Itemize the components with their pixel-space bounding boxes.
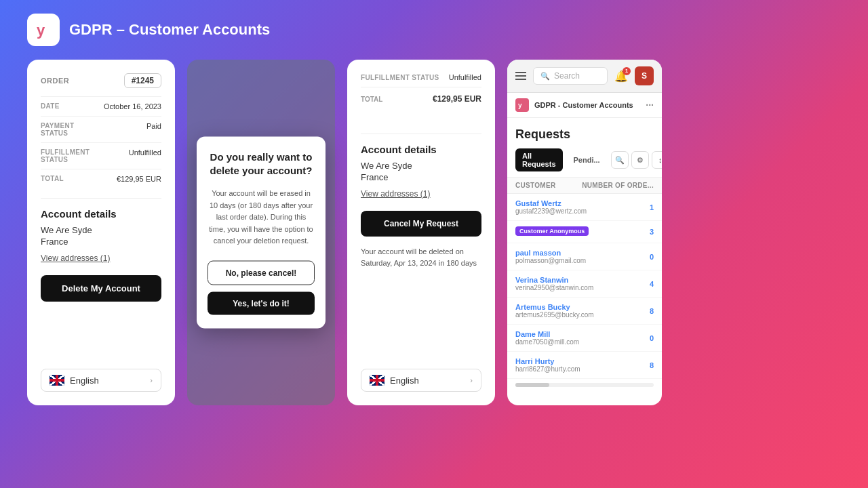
- table-row: Gustaf Wertz gustaf2239@wertz.com 1: [507, 194, 662, 221]
- date-label: DATE: [41, 102, 60, 110]
- fulfillment-status-value: Unfulfilled: [449, 73, 481, 81]
- customer-list: Gustaf Wertz gustaf2239@wertz.com 1 Cust…: [507, 194, 662, 379]
- customer-orders-link[interactable]: 3: [650, 228, 654, 236]
- fulfillment-status-row: FULFILLMENT STATUS Unfulfilled: [361, 73, 481, 81]
- modal-body: Your account will be erased in 10 days (…: [208, 188, 315, 247]
- customer-email: harri8627@hurty.com: [515, 365, 580, 373]
- table-row: Verina Stanwin verina2950@stanwin.com 4: [507, 270, 662, 298]
- language-selector-3[interactable]: English ›: [361, 369, 481, 392]
- cancel-request-button[interactable]: Cancel My Request: [361, 211, 481, 237]
- customer-name-link[interactable]: Dame Mill: [515, 330, 579, 338]
- col-orders: Number of Orde...: [582, 182, 654, 189]
- order-label: ORDER: [41, 77, 69, 85]
- customer-name-link[interactable]: Gustaf Wertz: [515, 199, 587, 207]
- customer-email: gustaf2239@wertz.com: [515, 207, 587, 215]
- language-selector[interactable]: English ›: [41, 369, 161, 392]
- total-amount-value: €129,95 EUR: [433, 94, 481, 104]
- anonymous-badge: Customer Anonymous: [515, 226, 589, 236]
- customer-name-link[interactable]: Verina Stanwin: [515, 276, 593, 284]
- deletion-notice: Your account will be deleted on Saturday…: [361, 246, 481, 268]
- customer-orders-link[interactable]: 4: [650, 280, 654, 288]
- order-number: #1245: [124, 73, 161, 88]
- admin-subheader: y GDPR - Customer Accounts ···: [507, 93, 662, 118]
- user-avatar-button[interactable]: S: [635, 66, 654, 85]
- sort-button[interactable]: ↕: [652, 151, 662, 169]
- customer-info: Dame Mill dame7050@mill.com: [515, 330, 579, 346]
- customer-info: Gustaf Wertz gustaf2239@wertz.com: [515, 199, 587, 215]
- date-value: October 16, 2023: [104, 102, 161, 110]
- hamburger-menu-icon[interactable]: [515, 72, 526, 80]
- table-row: Harri Hurty harri8627@hurty.com 8: [507, 352, 662, 379]
- customer-email: polmasson@gmail.com: [515, 257, 586, 264]
- customer-info: Customer Anonymous: [515, 226, 589, 237]
- chevron-right-icon-3: ›: [470, 376, 473, 384]
- uk-flag-icon: [50, 375, 64, 386]
- col-customer: Customer: [515, 182, 555, 189]
- table-row: Artemus Bucky artemus2695@bucky.com 8: [507, 298, 662, 325]
- tab-all-requests[interactable]: All Requests: [515, 148, 563, 171]
- fulfillment-label: FULFILLMENT STATUS: [41, 148, 102, 163]
- customer-orders-link[interactable]: 8: [650, 307, 654, 315]
- notification-badge: 1: [623, 67, 631, 75]
- cancel-button[interactable]: No, please cancel!: [208, 260, 315, 285]
- tab-pending[interactable]: Pendi...: [567, 152, 607, 167]
- more-options-button[interactable]: ···: [646, 100, 654, 110]
- customer-orders-link[interactable]: 8: [650, 361, 654, 369]
- search-box[interactable]: 🔍 Search: [533, 67, 608, 85]
- customer-orders-link[interactable]: 0: [650, 334, 654, 342]
- customer-orders-link[interactable]: 1: [650, 203, 654, 211]
- search-placeholder: Search: [554, 71, 580, 81]
- confirm-delete-button[interactable]: Yes, let's do it!: [208, 291, 315, 314]
- gdpr-logo-small: y: [515, 98, 529, 112]
- customer-info: paul masson polmasson@gmail.com: [515, 249, 586, 264]
- app-logo: y: [27, 14, 60, 46]
- filter-button[interactable]: ⚙: [631, 151, 649, 169]
- requests-title: Requests: [507, 118, 662, 148]
- customer-name-link[interactable]: Harri Hurty: [515, 357, 580, 365]
- view-addresses-link-3[interactable]: View addresses (1): [361, 189, 481, 199]
- search-icon: 🔍: [540, 72, 550, 81]
- customer-info: Artemus Bucky artemus2695@bucky.com: [515, 303, 594, 319]
- customer-name-link[interactable]: Artemus Bucky: [515, 303, 594, 311]
- admin-panel-card: 🔍 Search 🔔 1 S y GDPR - Customer Account…: [507, 60, 662, 405]
- filter-search-button[interactable]: 🔍: [611, 151, 629, 169]
- account-country: France: [41, 237, 161, 247]
- account-title: Account details: [361, 144, 481, 155]
- customer-info: Harri Hurty harri8627@hurty.com: [515, 357, 580, 373]
- fulfillment-value: Unfulfilled: [129, 148, 161, 157]
- chevron-right-icon: ›: [150, 376, 153, 384]
- notification-button[interactable]: 🔔 1: [614, 70, 628, 83]
- modal-title: Do you really want to delete your accoun…: [208, 150, 315, 177]
- account-name-3: We Are Syde: [361, 161, 481, 171]
- delete-account-button[interactable]: Delete My Account: [41, 275, 161, 302]
- payment-row: PAYMENT STATUS Paid: [41, 116, 161, 142]
- divider: [41, 198, 161, 199]
- total-amount-label: TOTAL: [361, 96, 382, 103]
- customer-email: dame7050@mill.com: [515, 338, 579, 346]
- app-header: y GDPR – Customer Accounts: [0, 0, 297, 60]
- order-details-card: ORDER #1245 DATE October 16, 2023 PAYMEN…: [27, 60, 175, 405]
- customer-orders-link[interactable]: 0: [650, 253, 654, 261]
- account-name: We Are Syde: [41, 225, 161, 235]
- scrollbar-thumb: [515, 383, 549, 387]
- customer-name-link[interactable]: paul masson: [515, 249, 586, 257]
- account-details-title: Account details: [41, 208, 161, 220]
- language-text: English: [70, 375, 99, 386]
- view-addresses-link[interactable]: View addresses (1): [41, 253, 161, 263]
- language-text-3: English: [390, 375, 419, 386]
- svg-text:y: y: [518, 102, 522, 109]
- total-label: TOTAL: [41, 175, 64, 182]
- scrollbar-track[interactable]: [515, 383, 654, 387]
- cards-container: ORDER #1245 DATE October 16, 2023 PAYMEN…: [0, 60, 689, 488]
- delete-modal: Do you really want to delete your accoun…: [197, 137, 326, 329]
- customer-email: verina2950@stanwin.com: [515, 284, 593, 291]
- uk-flag-icon-3: [370, 375, 384, 386]
- svg-text:y: y: [37, 22, 45, 39]
- gdpr-label: GDPR - Customer Accounts: [534, 101, 640, 109]
- cancel-request-card: FULFILLMENT STATUS Unfulfilled TOTAL €12…: [347, 60, 495, 405]
- table-row: Dame Mill dame7050@mill.com 0: [507, 325, 662, 352]
- table-row: paul masson polmasson@gmail.com 0: [507, 243, 662, 270]
- delete-confirmation-card: Do you really want to delete your accoun…: [187, 60, 335, 405]
- admin-topbar: 🔍 Search 🔔 1 S: [507, 60, 662, 93]
- payment-value: Paid: [146, 122, 161, 130]
